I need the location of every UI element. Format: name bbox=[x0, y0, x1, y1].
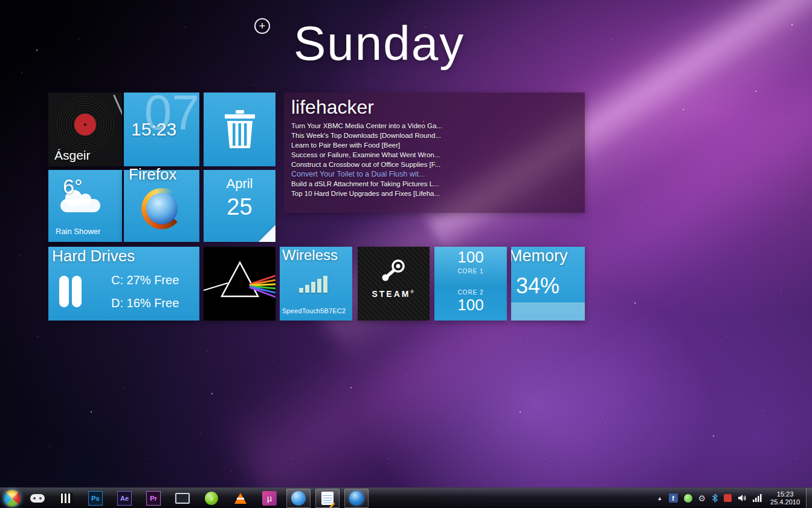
signal-bars-icon bbox=[299, 276, 327, 293]
signal-bar bbox=[323, 276, 327, 293]
prism-icon bbox=[204, 247, 276, 321]
vinyl-label bbox=[74, 114, 96, 135]
taskbar-icon-after-effects[interactable]: Ae bbox=[112, 489, 137, 508]
taskbar-icon-screen-app[interactable] bbox=[170, 489, 195, 508]
bluetooth-icon bbox=[712, 493, 718, 503]
cpu-core1-value: 100 bbox=[434, 248, 507, 267]
steam-reg-mark: ® bbox=[410, 290, 415, 294]
memory-usage-fill bbox=[511, 302, 585, 321]
game-controller-icon bbox=[30, 494, 45, 503]
feed-title: lifehacker bbox=[291, 96, 585, 119]
signal-bar bbox=[317, 279, 321, 293]
chevron-up-icon: ▲ bbox=[657, 495, 663, 501]
day-title: Sunday bbox=[294, 16, 465, 71]
photoshop-icon: Ps bbox=[88, 491, 103, 506]
firefox-globe bbox=[146, 193, 178, 224]
globe-icon bbox=[291, 491, 306, 506]
music-tile[interactable]: Ásgeir bbox=[48, 93, 122, 166]
piano-keys-icon bbox=[60, 493, 72, 504]
cpu-core2-value: 100 bbox=[434, 296, 507, 314]
wireless-title: Wireless bbox=[282, 247, 338, 264]
add-tile-button[interactable]: + bbox=[254, 18, 270, 34]
taskbar-icon-media-player[interactable]: ♪ bbox=[199, 489, 224, 508]
taskbar-icon-mu-player[interactable]: µ bbox=[257, 489, 282, 508]
trash-icon bbox=[223, 109, 257, 149]
calendar-month: April bbox=[204, 176, 276, 192]
notes-icon bbox=[321, 492, 334, 505]
feed-item[interactable]: Success or Failure, Examine What Went Wr… bbox=[291, 150, 585, 160]
feed-item[interactable]: Construct a Crossbow out of Office Suppl… bbox=[291, 160, 585, 169]
hard-drives-tile[interactable]: Hard Drives C: 27% Free D: 16% Free bbox=[48, 247, 199, 321]
tray-date: 25.4.2010 bbox=[770, 498, 800, 506]
feed-list: Turn Your XBMC Media Center into a Video… bbox=[291, 121, 585, 198]
clock-tile[interactable]: 07 15:23 bbox=[124, 93, 199, 166]
facebook-icon: f bbox=[669, 493, 678, 503]
desktop: + Sunday Ásgeir 07 15:23 lifehacker Turn… bbox=[0, 0, 812, 508]
vinyl-record-icon bbox=[56, 95, 115, 154]
signal-bar bbox=[299, 288, 303, 293]
firefox-tile[interactable]: Firefox bbox=[124, 170, 199, 242]
drive-bay bbox=[72, 276, 82, 307]
tray-clock[interactable]: 15:23 25.4.2010 bbox=[770, 490, 800, 506]
signal-bar bbox=[311, 282, 315, 293]
start-button[interactable] bbox=[4, 490, 21, 507]
tray-facebook[interactable]: f bbox=[669, 493, 678, 503]
vlc-cone-icon bbox=[234, 493, 246, 504]
cpu-tile[interactable]: 100 CORE 1 CORE 2 100 bbox=[434, 247, 507, 321]
firefox-icon bbox=[141, 188, 182, 229]
taskbar-icon-premiere[interactable]: Pr bbox=[141, 489, 166, 508]
blue-sphere-icon bbox=[349, 491, 364, 506]
tray-bluetooth[interactable] bbox=[712, 493, 718, 503]
steam-tile[interactable]: STEAM® bbox=[358, 247, 430, 321]
rss-feed-panel: lifehacker Turn Your XBMC Media Center i… bbox=[284, 93, 585, 213]
album-art-tile[interactable] bbox=[204, 247, 276, 321]
wallpaper-stars bbox=[0, 0, 1, 1]
tray-time: 15:23 bbox=[770, 490, 800, 498]
feed-item-highlighted[interactable]: Convert Your Toilet to a Dual Flush wit.… bbox=[291, 169, 585, 179]
plus-icon: + bbox=[259, 20, 266, 32]
drives-title: Hard Drives bbox=[52, 247, 135, 265]
feed-item[interactable]: Turn Your XBMC Media Center into a Video… bbox=[291, 121, 585, 131]
show-desktop-button[interactable] bbox=[806, 488, 812, 508]
music-note-icon: ♪ bbox=[205, 492, 218, 505]
red-square-icon bbox=[724, 494, 732, 502]
steam-label: STEAM® bbox=[358, 289, 430, 299]
premiere-icon: Pr bbox=[146, 491, 161, 506]
memory-title: Memory bbox=[511, 247, 568, 265]
tray-red-app[interactable] bbox=[724, 494, 732, 502]
feed-item[interactable]: Learn to Pair Beer with Food [Beer] bbox=[291, 140, 585, 150]
tray-network[interactable] bbox=[753, 494, 762, 502]
weather-condition: Rain Shower bbox=[56, 227, 100, 236]
cpu-core2-label: CORE 2 bbox=[434, 289, 507, 296]
taskbar-icon-vlc[interactable] bbox=[228, 489, 253, 508]
taskbar-icon-browser[interactable] bbox=[286, 489, 311, 508]
page-curl bbox=[259, 225, 276, 242]
mu-icon: µ bbox=[262, 491, 277, 506]
clock-time: 15:23 bbox=[131, 119, 176, 140]
taskbar-icon-web-sphere[interactable] bbox=[344, 489, 369, 508]
memory-tile[interactable]: Memory 34% bbox=[511, 247, 585, 321]
hard-drive-icon bbox=[59, 276, 82, 307]
feed-item[interactable]: Top 10 Hard Drive Upgrades and Fixes [Li… bbox=[291, 189, 585, 198]
memory-usage-value: 34% bbox=[516, 273, 559, 299]
calendar-tile[interactable]: April 25 bbox=[204, 170, 276, 242]
wireless-tile[interactable]: Wireless SpeedTouch5B7EC2 bbox=[280, 247, 352, 321]
feed-item[interactable]: This Week's Top Downloads [Download Roun… bbox=[291, 131, 585, 140]
taskbar-icon-photoshop[interactable]: Ps bbox=[83, 489, 108, 508]
taskbar-icon-notes[interactable] bbox=[315, 489, 340, 508]
after-effects-icon: Ae bbox=[117, 491, 132, 506]
tray-volume[interactable] bbox=[738, 494, 747, 502]
vinyl-hole bbox=[84, 123, 86, 126]
weather-tile[interactable]: 6° Rain Shower bbox=[48, 170, 122, 242]
signal-bar bbox=[305, 285, 309, 293]
system-tray: ▲ f ⚙ bbox=[654, 488, 812, 508]
taskbar-icon-game-controller[interactable] bbox=[25, 489, 50, 508]
recycle-bin-tile[interactable] bbox=[204, 93, 276, 166]
feed-item[interactable]: Build a dSLR Attachment for Taking Pictu… bbox=[291, 179, 585, 189]
tray-green-app[interactable] bbox=[684, 494, 692, 503]
tray-expand-button[interactable]: ▲ bbox=[657, 495, 663, 501]
tray-settings[interactable]: ⚙ bbox=[698, 493, 706, 503]
taskbar-icon-audio-keys[interactable] bbox=[54, 489, 79, 508]
now-playing-artist: Ásgeir bbox=[54, 148, 91, 163]
green-dot-icon bbox=[684, 494, 692, 503]
